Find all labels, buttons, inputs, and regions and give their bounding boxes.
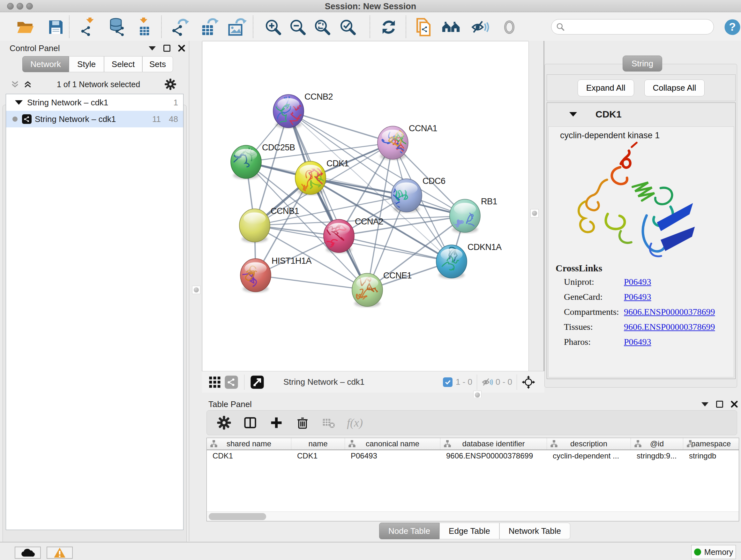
zoom-fit-button[interactable] — [312, 17, 333, 38]
table-settings-button[interactable] — [216, 415, 232, 431]
search-input[interactable] — [565, 22, 705, 31]
column-header-database-identifier[interactable]: database identifier — [441, 438, 547, 449]
memory-button[interactable]: Memory — [691, 545, 736, 559]
expand-all-icon[interactable] — [23, 79, 32, 89]
status-bar: Memory — [0, 542, 741, 560]
left-splitter-handle[interactable] — [192, 286, 200, 294]
tab-select[interactable]: Select — [104, 56, 142, 72]
section-expanded-icon[interactable] — [569, 112, 577, 117]
tab-sets[interactable]: Sets — [142, 56, 173, 72]
import-network-database-button[interactable] — [106, 17, 127, 38]
warnings-button[interactable] — [47, 547, 73, 559]
crosslink-pharos-link[interactable]: P06493 — [624, 337, 651, 347]
toolbar-separator — [369, 16, 370, 38]
export-image-button[interactable] — [227, 17, 248, 38]
function-builder-button[interactable]: f(x) — [347, 415, 363, 431]
memory-label: Memory — [704, 548, 733, 557]
network-collection-row[interactable]: String Network – cdk1 1 — [6, 94, 183, 111]
panel-menu-icon[interactable] — [701, 402, 709, 407]
column-header-name[interactable]: name — [291, 438, 345, 449]
network-overview-button[interactable] — [223, 374, 240, 390]
column-header-namespace[interactable]: namespace — [683, 438, 739, 449]
export-network-button[interactable] — [171, 17, 192, 38]
horizontal-splitter[interactable] — [202, 393, 741, 397]
column-header-shared-name[interactable]: shared name — [207, 438, 291, 449]
panel-menu-icon[interactable] — [149, 46, 156, 51]
copy-network-button[interactable] — [413, 17, 434, 38]
create-column-button[interactable] — [268, 415, 285, 431]
table-scrollbar-track[interactable] — [207, 511, 739, 521]
cell-namespace[interactable]: stringdb — [683, 450, 739, 462]
crosslink-tissues-link[interactable]: 9606.ENSP00000378699 — [624, 322, 715, 332]
eye-icon — [501, 18, 518, 36]
open-in-window-button[interactable] — [249, 374, 266, 390]
save-session-button[interactable] — [45, 17, 66, 38]
network-row[interactable]: String Network – cdk1 11 48 — [6, 111, 183, 127]
tab-network[interactable]: Network — [22, 56, 69, 72]
cell-description[interactable]: cyclin-dependent ... — [547, 450, 631, 462]
open-session-button[interactable] — [15, 17, 36, 38]
network-node-CDC25B[interactable]: CDC25B — [231, 142, 295, 179]
network-node-CDKN1A[interactable]: CDKN1A — [436, 242, 502, 279]
float-panel-icon[interactable] — [163, 45, 171, 52]
refresh-button[interactable] — [378, 17, 399, 38]
network-node-CDC6[interactable]: CDC6 — [388, 176, 445, 212]
tab-network-table[interactable]: Network Table — [499, 523, 570, 539]
collapse-all-button[interactable]: Collapse All — [644, 79, 705, 97]
expand-all-button[interactable]: Expand All — [578, 79, 634, 97]
cell-id[interactable]: stringdb:9... — [631, 450, 683, 462]
first-neighbors-button[interactable] — [441, 17, 462, 38]
float-panel-icon[interactable] — [716, 401, 723, 408]
network-node-RB1[interactable]: RB1 — [449, 197, 497, 235]
export-table-button[interactable] — [199, 17, 220, 38]
node-section-header[interactable]: CDK1 — [547, 103, 735, 126]
network-canvas[interactable]: CCNB2CCNA1CDC25BCDK1CDC6RB1CCNB1CCNA2CDK… — [202, 42, 529, 371]
column-header-description[interactable]: description — [547, 438, 631, 449]
show-columns-button[interactable] — [242, 415, 259, 431]
right-splitter-handle[interactable] — [530, 209, 539, 217]
birds-eye-view-button[interactable] — [206, 374, 223, 390]
crosslink-label: GeneCard: — [564, 292, 624, 302]
node-table: shared name name canonical name database… — [206, 438, 739, 521]
delete-table-button[interactable] — [320, 415, 337, 431]
tab-string[interactable]: String — [623, 56, 662, 71]
network-node-CCNA1[interactable]: CCNA1 — [378, 124, 437, 160]
collection-expanded-icon[interactable] — [15, 100, 23, 105]
tab-edge-table[interactable]: Edge Table — [440, 523, 499, 539]
zoom-out-button[interactable] — [287, 17, 308, 38]
hide-selected-button[interactable] — [469, 17, 490, 38]
network-graph[interactable]: CCNB2CCNA1CDC25BCDK1CDC6RB1CCNB1CCNA2CDK… — [202, 42, 529, 371]
crosslink-uniprot-link[interactable]: P06493 — [624, 277, 651, 287]
close-panel-icon[interactable] — [178, 45, 185, 52]
cell-canonical-name[interactable]: P06493 — [345, 450, 441, 462]
network-options-gear-icon[interactable] — [164, 78, 177, 90]
network-node-HIST1H1A[interactable]: HIST1H1A — [240, 256, 312, 293]
zoom-in-button[interactable] — [263, 17, 284, 38]
table-scrollbar-thumb[interactable] — [209, 513, 266, 520]
crosslink-compartments-link[interactable]: 9606.ENSP00000378699 — [624, 307, 715, 317]
cell-database-identifier[interactable]: 9606.ENSP00000378699 — [441, 450, 547, 462]
table-row[interactable]: CDK1 CDK1 P06493 9606.ENSP00000378699 cy… — [207, 450, 739, 462]
help-button[interactable]: ? — [722, 17, 741, 38]
cell-shared-name[interactable]: CDK1 — [207, 450, 291, 462]
crosslink-genecard-link[interactable]: P06493 — [624, 292, 651, 302]
column-header-canonical-name[interactable]: canonical name — [345, 438, 441, 449]
cloud-status-button[interactable] — [15, 547, 41, 559]
import-table-button[interactable] — [133, 17, 154, 38]
left-splitter[interactable] — [189, 41, 202, 541]
close-panel-icon[interactable] — [731, 401, 738, 408]
network-node-CDK1[interactable]: CDK1 — [295, 159, 349, 195]
delete-column-button[interactable] — [294, 415, 311, 431]
collapse-all-icon[interactable] — [10, 79, 20, 89]
selected-checkbox[interactable] — [443, 377, 453, 387]
cell-name[interactable]: CDK1 — [291, 450, 345, 462]
right-splitter[interactable] — [529, 41, 544, 393]
tab-style[interactable]: Style — [69, 56, 104, 72]
column-header-id[interactable]: @id — [631, 438, 683, 449]
fit-content-crosshair-icon[interactable] — [522, 375, 536, 389]
import-network-file-button[interactable] — [79, 17, 100, 38]
tab-node-table[interactable]: Node Table — [379, 523, 440, 539]
show-all-button[interactable] — [499, 17, 520, 38]
zoom-selected-button[interactable] — [337, 17, 358, 38]
network-node-CCNE1[interactable]: CCNE1 — [352, 271, 412, 307]
